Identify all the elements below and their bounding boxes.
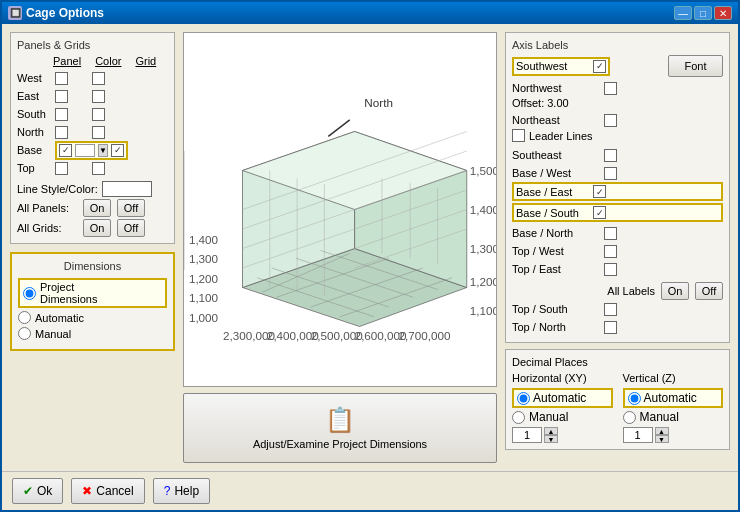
svg-text:1,400: 1,400	[189, 233, 219, 246]
all-labels-on-button[interactable]: On	[661, 282, 689, 300]
southwest-cb[interactable]	[593, 60, 606, 73]
leader-line-cb[interactable]	[512, 129, 525, 142]
automatic-dimensions-radio[interactable]	[18, 311, 31, 324]
base-grid-cb[interactable]	[111, 144, 124, 157]
horizontal-spinner-down[interactable]: ▼	[544, 435, 558, 443]
table-row: Top	[17, 159, 168, 177]
close-button[interactable]: ✕	[714, 6, 732, 20]
top-grid-cb[interactable]	[92, 162, 105, 175]
west-grid-cb[interactable]	[92, 72, 105, 85]
table-row: West	[17, 69, 168, 87]
base-panel-cb[interactable]	[59, 144, 72, 157]
vertical-spinner-down[interactable]: ▼	[655, 435, 669, 443]
vertical-auto-radio[interactable]	[628, 392, 641, 405]
north-grid-cb[interactable]	[92, 126, 105, 139]
top-panel-cb[interactable]	[55, 162, 68, 175]
vertical-col: Vertical (Z) Automatic Manual ▲	[623, 372, 724, 443]
top-west-cb[interactable]	[604, 245, 617, 258]
base-west-cb[interactable]	[604, 167, 617, 180]
west-panel-cb[interactable]	[55, 72, 68, 85]
top-north-row: Top / North	[512, 318, 723, 336]
help-button[interactable]: ? Help	[153, 478, 210, 504]
svg-text:1,400,000: 1,400,000	[470, 203, 496, 216]
base-east-row-highlighted: Base / East	[512, 182, 723, 201]
base-south-cb[interactable]	[593, 206, 606, 219]
east-panel-cb[interactable]	[55, 90, 68, 103]
minimize-button[interactable]: —	[674, 6, 692, 20]
southeast-label: Southeast	[512, 149, 602, 161]
main-content: Panels & Grids Panel Color Grid West Eas…	[2, 24, 738, 471]
dimensions-section: Dimensions ProjectDimensions Automatic M…	[10, 252, 175, 351]
vertical-spinner-input[interactable]	[623, 427, 653, 443]
cage-options-window: 🔲 Cage Options — □ ✕ Panels & Grids Pane…	[0, 0, 740, 512]
horizontal-spinner-up[interactable]: ▲	[544, 427, 558, 435]
adjust-project-dimensions-button[interactable]: 📋 Adjust/Examine Project Dimensions	[183, 393, 497, 463]
base-north-label: Base / North	[512, 227, 602, 239]
decimal-places-title: Decimal Places	[512, 356, 723, 368]
top-north-cb[interactable]	[604, 321, 617, 334]
manual-dimensions-radio[interactable]	[18, 327, 31, 340]
grid-header: Grid	[135, 55, 156, 67]
northeast-label: Northeast	[512, 114, 602, 126]
top-south-label: Top / South	[512, 303, 602, 315]
ok-checkmark-icon: ✔	[23, 484, 33, 498]
top-east-cb[interactable]	[604, 263, 617, 276]
row-label-west: West	[17, 72, 53, 84]
southwest-axis-label: Southwest	[516, 60, 591, 72]
automatic-label: Automatic	[35, 312, 84, 324]
southeast-cb[interactable]	[604, 149, 617, 162]
top-south-row: Top / South	[512, 300, 723, 318]
row-label-south: South	[17, 108, 53, 120]
all-panels-off-button[interactable]: Off	[117, 199, 145, 217]
all-labels-off-button[interactable]: Off	[695, 282, 723, 300]
font-button[interactable]: Font	[668, 55, 723, 77]
line-style-box[interactable]	[102, 181, 152, 197]
project-dimensions-radio[interactable]	[23, 287, 36, 300]
horizontal-manual-radio[interactable]	[512, 411, 525, 424]
offset-row: Offset: 3.00	[512, 97, 723, 109]
vertical-spinner-up[interactable]: ▲	[655, 427, 669, 435]
base-north-cb[interactable]	[604, 227, 617, 240]
top-south-cb[interactable]	[604, 303, 617, 316]
south-grid-cb[interactable]	[92, 108, 105, 121]
northwest-row: Northwest	[512, 79, 723, 97]
horizontal-spinner-input[interactable]	[512, 427, 542, 443]
all-labels-label: All Labels	[607, 285, 655, 297]
maximize-button[interactable]: □	[694, 6, 712, 20]
window-title: Cage Options	[26, 6, 104, 20]
row-label-east: East	[17, 90, 53, 102]
northeast-cb[interactable]	[604, 114, 617, 127]
vertical-spinner-row: ▲ ▼	[623, 427, 724, 443]
horizontal-auto-label: Automatic	[533, 391, 586, 405]
horizontal-col: Horizontal (XY) Automatic Manual	[512, 372, 613, 443]
title-controls: — □ ✕	[674, 6, 732, 20]
adjust-icon: 📋	[325, 406, 355, 434]
horizontal-auto-row: Automatic	[512, 388, 613, 408]
left-panel: Panels & Grids Panel Color Grid West Eas…	[10, 32, 175, 463]
base-color-dropdown[interactable]: ▼	[98, 144, 108, 157]
base-color-box[interactable]	[75, 144, 95, 157]
north-panel-cb[interactable]	[55, 126, 68, 139]
row-label-north: North	[17, 126, 53, 138]
adjust-text: Adjust/Examine Project Dimensions	[253, 438, 427, 450]
offset-label: Offset: 3.00	[512, 97, 569, 109]
cancel-button[interactable]: ✖ Cancel	[71, 478, 144, 504]
horizontal-auto-radio[interactable]	[517, 392, 530, 405]
all-grids-off-button[interactable]: Off	[117, 219, 145, 237]
base-east-cb[interactable]	[593, 185, 606, 198]
east-grid-cb[interactable]	[92, 90, 105, 103]
northwest-label: Northwest	[512, 82, 602, 94]
all-panels-label: All Panels:	[17, 202, 77, 214]
all-panels-row: All Panels: On Off	[17, 199, 168, 217]
all-panels-on-button[interactable]: On	[83, 199, 111, 217]
panel-header: Panel	[53, 55, 81, 67]
south-panel-cb[interactable]	[55, 108, 68, 121]
base-south-row-highlighted: Base / South	[512, 203, 723, 222]
northwest-cb[interactable]	[604, 82, 617, 95]
all-grids-on-button[interactable]: On	[83, 219, 111, 237]
vertical-manual-radio[interactable]	[623, 411, 636, 424]
northeast-row: Northeast	[512, 111, 723, 129]
ok-button[interactable]: ✔ Ok	[12, 478, 63, 504]
top-east-label: Top / East	[512, 263, 602, 275]
svg-text:1,200,000: 1,200,000	[470, 275, 496, 288]
